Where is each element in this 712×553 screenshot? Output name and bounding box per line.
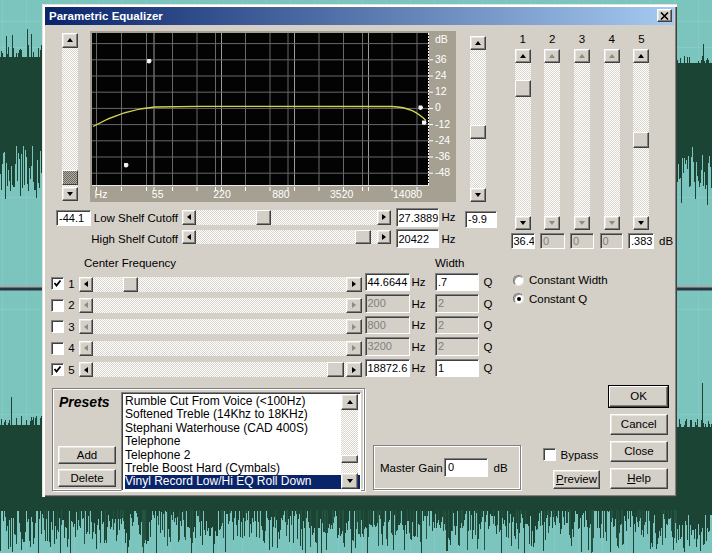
svg-text:55: 55 — [152, 188, 164, 200]
svg-text:0: 0 — [435, 101, 441, 113]
svg-text:dB: dB — [435, 33, 448, 45]
svg-text:-24: -24 — [435, 134, 450, 146]
svg-text:3520: 3520 — [330, 188, 354, 200]
svg-text:-12: -12 — [435, 118, 450, 130]
svg-text:Hz: Hz — [95, 188, 108, 200]
svg-text:-48: -48 — [435, 166, 450, 178]
svg-text:12: 12 — [435, 85, 447, 97]
svg-text:880: 880 — [272, 188, 290, 200]
svg-text:36: 36 — [435, 53, 447, 65]
svg-text:24: 24 — [435, 69, 447, 81]
svg-text:220: 220 — [213, 188, 231, 200]
svg-text:14080: 14080 — [393, 188, 422, 200]
svg-text:-36: -36 — [435, 150, 450, 162]
